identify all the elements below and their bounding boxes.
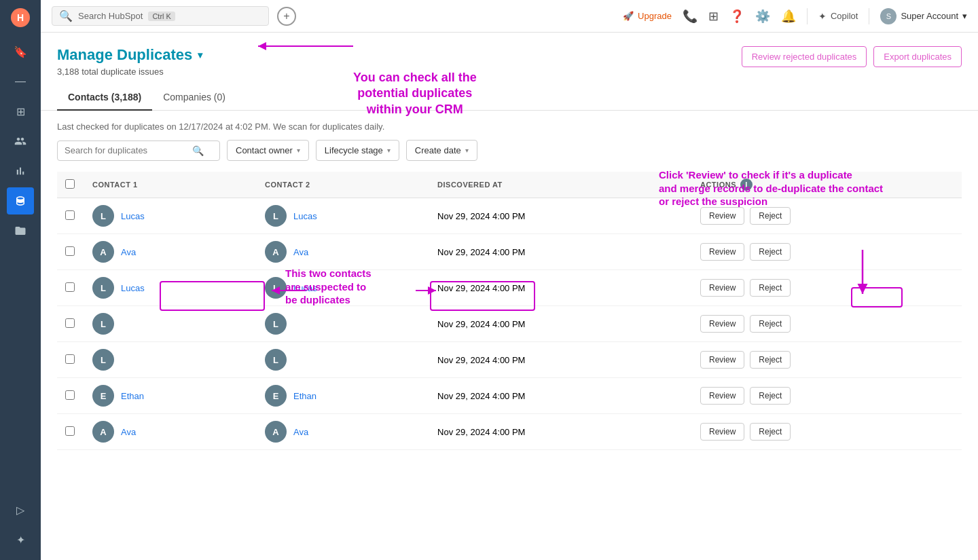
header-actions: Review rejected duplicates Export duplic… [742,46,962,67]
table-row: L L Nov 29, 2024 4:00 PM Review Reject [57,342,962,378]
review-btn-4[interactable]: Review [700,351,744,369]
contact-owner-label: Contact owner [236,145,293,155]
contact1-cell-0: L Lucas [92,205,249,227]
notifications-icon[interactable]: 🔔 [781,9,796,24]
contact1-avatar-3: L [92,313,114,335]
sidebar-item-dashboard[interactable]: ⊞ [7,98,34,125]
tab-contacts[interactable]: Contacts (3,188) [57,85,152,111]
add-button[interactable]: + [277,7,296,26]
contact1-name-0[interactable]: Lucas [121,211,145,221]
reject-btn-0[interactable]: Reject [750,207,791,225]
review-btn-3[interactable]: Review [700,315,744,333]
row-checkbox-0[interactable] [65,210,75,220]
reject-btn-3[interactable]: Reject [750,315,791,333]
reject-btn-5[interactable]: Reject [750,387,791,405]
contact2-name-2[interactable]: Lucas [293,283,317,293]
sidebar: H 🔖 — ⊞ ▷ ✦ [0,0,41,560]
row-checkbox-2[interactable] [65,282,75,292]
sidebar-item-collapse[interactable]: — [7,68,34,95]
row-checkbox-1[interactable] [65,246,75,256]
review-btn-2[interactable]: Review [700,279,744,297]
settings-icon[interactable]: ⚙️ [755,9,770,24]
row-checkbox-5[interactable] [65,390,75,400]
contact1-name-5[interactable]: Ethan [121,391,144,401]
copilot-button[interactable]: ✦ Copilot [818,11,858,22]
contact2-avatar-4: L [265,349,287,371]
contact1-avatar-1: A [92,241,114,263]
row-checkbox-4[interactable] [65,354,75,364]
contact2-name-6[interactable]: Ava [293,427,308,437]
account-chevron-icon: ▾ [962,11,967,21]
contact2-avatar-1: A [265,241,287,263]
row-checkbox-3[interactable] [65,318,75,328]
lifecycle-stage-filter[interactable]: Lifecycle stage ▾ [316,140,399,161]
action-btns-2: Review Reject [700,279,954,297]
review-rejected-button[interactable]: Review rejected duplicates [742,46,867,67]
contact2-cell-4: L [265,349,421,371]
search-duplicates-wrap[interactable]: 🔍 [57,141,220,161]
tabs: Contacts (3,188) Companies (0) [41,85,978,111]
contact2-cell-6: A Ava [265,421,421,443]
reject-btn-6[interactable]: Reject [750,423,791,441]
grid-icon[interactable]: ⊞ [708,9,719,24]
lifecycle-stage-label: Lifecycle stage [325,145,383,155]
sidebar-item-chart[interactable] [7,157,34,185]
sidebar-item-contacts[interactable] [7,128,34,155]
nav-divider-2 [869,8,869,24]
col-contact2: CONTACT 2 [257,172,429,198]
hubspot-logo[interactable]: H [10,7,31,29]
select-all-checkbox[interactable] [65,179,75,189]
account-button[interactable]: S Super Account ▾ [880,8,967,24]
help-icon[interactable]: ❓ [729,9,744,24]
search-icon: 🔍 [59,10,73,22]
upgrade-button[interactable]: 🚀 Upgrade [623,11,672,21]
contact2-name-1[interactable]: Ava [293,247,308,257]
review-btn-5[interactable]: Review [700,387,744,405]
contact1-name-2[interactable]: Lucas [121,283,145,293]
discovered-at-1: Nov 29, 2024 4:00 PM [429,234,692,270]
export-duplicates-button[interactable]: Export duplicates [873,46,962,67]
action-btns-3: Review Reject [700,315,954,333]
contact2-name-5[interactable]: Ethan [293,391,316,401]
copilot-star-icon: ✦ [818,11,827,22]
contact1-avatar-2: L [92,277,114,299]
reject-btn-1[interactable]: Reject [750,243,791,261]
page-title-dropdown-icon[interactable]: ▾ [198,50,202,60]
tab-companies[interactable]: Companies (0) [152,85,236,111]
discovered-at-2: Nov 29, 2024 4:00 PM [429,270,692,306]
row-checkbox-6[interactable] [65,426,75,436]
duplicates-table-wrap: CONTACT 1 CONTACT 2 DISCOVERED AT ACTION… [41,172,978,450]
contact1-name-6[interactable]: Ava [121,427,136,437]
search-duplicates-input[interactable] [65,145,187,155]
review-btn-1[interactable]: Review [700,243,744,261]
sidebar-item-database[interactable] [7,187,34,214]
review-btn-0[interactable]: Review [700,207,744,225]
filters-row: 🔍 Contact owner ▾ Lifecycle stage ▾ Crea… [41,140,978,172]
topnav: 🔍 Search HubSpot Ctrl K + 🚀 Upgrade 📞 ⊞ … [41,0,978,33]
page-subtitle: 3,188 total duplicate issues [57,67,202,77]
create-date-filter[interactable]: Create date ▾ [406,140,477,161]
action-btns-4: Review Reject [700,351,954,369]
contact2-name-0[interactable]: Lucas [293,211,317,221]
nav-actions: 🚀 Upgrade 📞 ⊞ ❓ ⚙️ 🔔 ✦ Copilot S Super A… [623,8,967,24]
sidebar-item-expand[interactable]: ▷ [7,496,34,523]
sidebar-item-folder[interactable] [7,217,34,244]
global-search[interactable]: 🔍 Search HubSpot Ctrl K [52,6,269,26]
review-btn-6[interactable]: Review [700,423,744,441]
contact2-cell-3: L [265,313,421,335]
contact1-cell-5: E Ethan [92,385,249,407]
sidebar-item-bookmark[interactable]: 🔖 [7,38,34,65]
contact1-cell-1: A Ava [92,241,249,263]
contact1-name-1[interactable]: Ava [121,247,136,257]
table-row: L Lucas L Lucas Nov 29, 2024 4:00 PM Rev… [57,270,962,306]
contact1-cell-4: L [92,349,249,371]
page-title-text: Manage Duplicates [57,46,192,64]
contact-owner-filter[interactable]: Contact owner ▾ [227,140,309,161]
reject-btn-4[interactable]: Reject [750,351,791,369]
sidebar-item-sparkle[interactable]: ✦ [7,526,34,553]
account-name: Super Account [901,11,958,21]
contact2-avatar-2: L [265,277,287,299]
reject-btn-2[interactable]: Reject [750,279,791,297]
phone-icon[interactable]: 📞 [683,9,698,24]
actions-info-icon[interactable]: i [740,179,753,191]
